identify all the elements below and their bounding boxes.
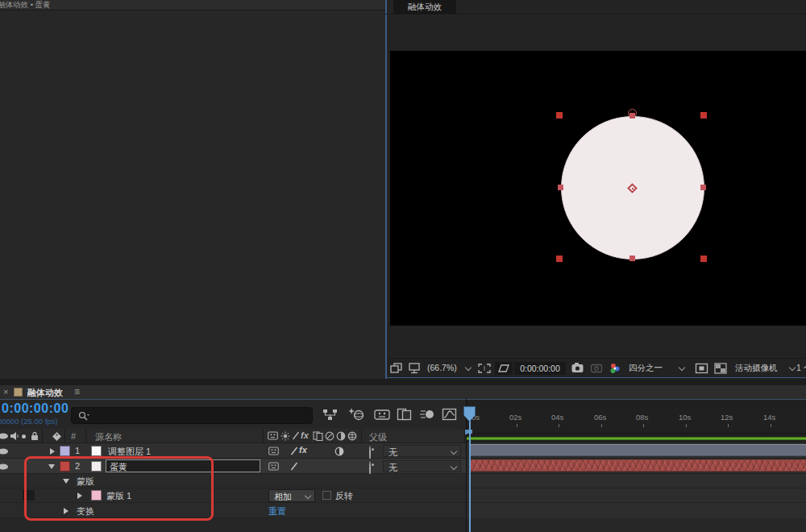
masks-group-row[interactable]: 蒙版 xyxy=(0,474,466,488)
layer-name-edit-field[interactable]: 蛋黄 xyxy=(106,459,260,472)
panel-gap xyxy=(0,379,806,385)
region-of-interest-icon[interactable] xyxy=(477,363,492,374)
time-ruler[interactable]: 0s 02s 04s 06s 08s 10s 12s 14s xyxy=(467,400,806,434)
track-area[interactable] xyxy=(467,443,806,518)
layer-row-2[interactable]: 2 蛋黄 无 xyxy=(0,459,466,474)
camera-view-select[interactable]: 活动摄像机 xyxy=(735,363,778,374)
collapse-transformations-column-icon xyxy=(280,431,290,441)
draft-3d-icon[interactable] xyxy=(348,407,366,422)
selection-handle-top-right[interactable] xyxy=(700,112,707,118)
viewer-timecode-value: 0:00:00:00 xyxy=(520,364,560,373)
current-time-indicator-line[interactable] xyxy=(469,421,471,532)
transform-reset-link[interactable]: 重置 xyxy=(268,505,286,517)
snapshot-camera-icon[interactable] xyxy=(571,362,585,374)
current-timecode[interactable]: 0:00:00:00 xyxy=(2,401,69,416)
mask-vertex-left[interactable] xyxy=(558,185,563,190)
column-parent[interactable]: 父级 xyxy=(369,431,387,443)
chevron-down-icon[interactable] xyxy=(679,364,685,371)
mask-color-chip[interactable] xyxy=(91,490,102,501)
viewer-toolbar: (66.7%) 0:00:00:00 xyxy=(387,358,806,377)
mask-invert-checkbox[interactable] xyxy=(322,491,331,500)
shy-switch-icon[interactable] xyxy=(268,462,279,471)
motion-blur-master-icon[interactable] xyxy=(419,408,435,421)
divider xyxy=(85,429,86,443)
search-input[interactable] xyxy=(71,407,313,424)
hide-shy-layers-icon[interactable] xyxy=(374,409,390,421)
comp-mini-flowchart-icon[interactable] xyxy=(322,409,339,422)
twirl-arrow-expanded[interactable] xyxy=(63,479,69,484)
mask-vertex-right[interactable] xyxy=(700,185,706,190)
always-preview-icon[interactable] xyxy=(390,363,403,374)
mask-mode-dropdown[interactable]: 相加 xyxy=(268,489,315,502)
ruler-label: 02s xyxy=(509,413,521,422)
transform-row[interactable]: 变换 重置 xyxy=(0,503,466,518)
ruler-label: 14s xyxy=(763,413,775,422)
layer-thumbnail xyxy=(91,461,102,472)
motion-blur-column-icon xyxy=(325,431,334,441)
divider xyxy=(64,429,65,443)
mask-1-row[interactable]: 蒙版 1 相加 反转 xyxy=(0,488,466,503)
track-area-empty xyxy=(467,518,806,532)
chevron-down-icon[interactable] xyxy=(465,364,472,371)
mask-name[interactable]: 蒙版 1 xyxy=(106,490,131,502)
eye-icon[interactable] xyxy=(0,463,9,471)
selection-handle-bottom-right[interactable] xyxy=(700,256,707,262)
eye-icon[interactable] xyxy=(0,447,9,455)
label-color-chip[interactable] xyxy=(60,461,70,472)
three-d-column-icon xyxy=(347,431,357,441)
composition-viewer-panel: 融体动效 xyxy=(385,0,806,379)
tab-composition[interactable]: 融体动效 xyxy=(393,0,456,14)
ruler-tick xyxy=(771,424,771,427)
ruler-label: 04s xyxy=(551,413,563,422)
close-icon[interactable]: × xyxy=(3,387,8,397)
magnification-value[interactable]: (66.7%) xyxy=(427,363,457,372)
twirl-arrow-expanded[interactable] xyxy=(48,464,55,469)
label-color-chip[interactable] xyxy=(60,446,70,456)
masks-group-label[interactable]: 蒙版 xyxy=(77,476,94,488)
layer-1-duration-bar[interactable] xyxy=(470,444,806,456)
ruler-tick xyxy=(728,424,729,427)
chevron-down-icon[interactable] xyxy=(789,364,796,371)
shy-switch-icon[interactable] xyxy=(268,447,279,455)
twirl-arrow-collapsed[interactable] xyxy=(64,508,69,514)
show-channel-icon[interactable] xyxy=(608,362,622,375)
selection-handle-bottom-left[interactable] xyxy=(556,256,563,262)
parent-dropdown[interactable]: 无 xyxy=(383,460,461,472)
timeline-column-header: # 源名称 fx xyxy=(0,429,466,443)
layer-row-1[interactable]: 1 调整图层 1 fx 无 xyxy=(0,443,466,459)
resolution-select[interactable]: 四分之一 xyxy=(629,363,663,374)
layer-2-duration-bar[interactable] xyxy=(470,459,806,472)
primary-viewer-icon[interactable] xyxy=(408,363,421,374)
quality-column-icon xyxy=(292,431,300,440)
twirl-arrow-collapsed[interactable] xyxy=(77,493,82,499)
viewer-timecode[interactable]: 0:00:00:00 xyxy=(514,362,566,375)
panel-menu-icon[interactable]: ≡ xyxy=(74,386,80,397)
ruler-label: 10s xyxy=(679,413,691,422)
grid-guides-options[interactable] xyxy=(495,362,513,375)
transparency-grid-icon[interactable] xyxy=(714,363,727,374)
chevron-down-icon xyxy=(451,448,457,455)
quality-switch-icon[interactable] xyxy=(290,462,298,471)
view-layout-select[interactable]: 1 个 xyxy=(796,363,806,374)
composition-canvas[interactable] xyxy=(390,51,806,326)
divider xyxy=(467,458,806,459)
transform-label[interactable]: 变换 xyxy=(77,505,94,517)
quality-switch-icon[interactable] xyxy=(290,447,298,455)
timeline-tab-label[interactable]: 融体动效 xyxy=(27,387,63,399)
graph-editor-icon[interactable] xyxy=(442,408,457,421)
parent-dropdown[interactable]: 无 xyxy=(383,445,461,457)
ruler-tick xyxy=(559,424,559,427)
target-region-icon[interactable] xyxy=(695,363,708,374)
show-snapshot-icon[interactable] xyxy=(590,363,603,373)
frame-blending-master-icon[interactable] xyxy=(397,408,412,421)
mask-vertex-bottom[interactable] xyxy=(629,256,635,261)
layer-name[interactable]: 调整图层 1 xyxy=(108,446,151,458)
adjustment-layer-switch-icon[interactable] xyxy=(334,447,344,456)
fx-switch-icon[interactable]: fx xyxy=(299,445,307,455)
ruler-tick xyxy=(601,424,602,427)
ruler-label: 06s xyxy=(594,413,606,422)
column-source-name[interactable]: 源名称 xyxy=(95,431,122,443)
mask-visibility-cell[interactable] xyxy=(23,490,35,501)
twirl-arrow-collapsed[interactable] xyxy=(50,448,55,455)
selection-handle-top-left[interactable] xyxy=(556,112,563,118)
